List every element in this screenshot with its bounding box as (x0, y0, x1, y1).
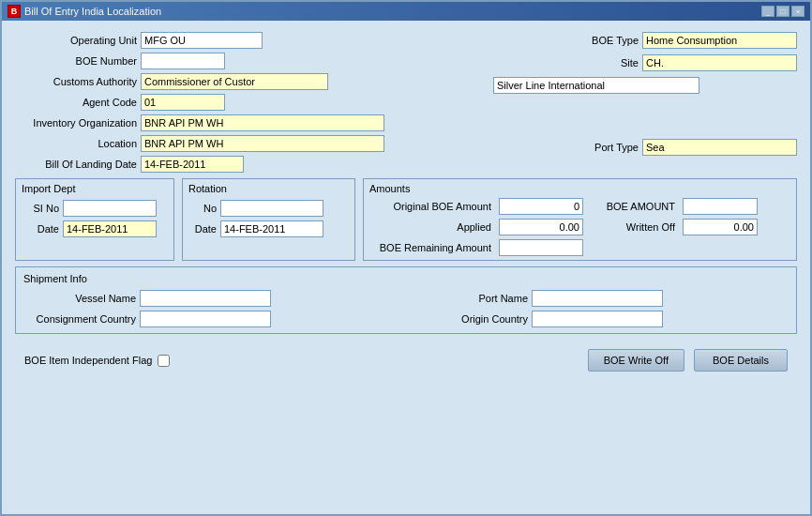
app-icon: B (8, 5, 21, 18)
title-buttons: _ □ × (761, 6, 804, 17)
operating-unit-row: Operating Unit (15, 30, 484, 51)
site-input[interactable] (642, 54, 797, 71)
boe-remaining-label: BOE Remaining Amount (369, 242, 491, 253)
shipment-panel: Shipment Info Vessel Name Port Name Cons… (15, 266, 797, 334)
minimize-button[interactable]: _ (761, 6, 774, 17)
import-date-input[interactable] (63, 220, 157, 237)
bill-of-landing-row: Bill Of Landing Date (15, 154, 484, 175)
import-date-label: Date (22, 223, 59, 235)
lower-section: Import Dept SI No Date Rotation No (15, 178, 797, 261)
port-type-label: Port Type (573, 142, 639, 153)
shipment-grid: Vessel Name Port Name Consignment Countr… (23, 290, 789, 327)
agent-code-input[interactable] (141, 94, 225, 111)
customs-authority-row: Customs Authority (15, 71, 484, 92)
location-label: Location (15, 138, 137, 149)
title-bar-left: B Bill Of Entry India Localization (8, 5, 161, 18)
boe-type-row: BOE Type (493, 30, 797, 51)
left-column: Operating Unit BOE Number Customs Author… (15, 30, 484, 175)
written-off-label: Written Off (591, 221, 675, 233)
customs-authority-input[interactable] (141, 73, 328, 90)
applied-label: Applied (369, 221, 491, 233)
bill-of-landing-label: Bill Of Landing Date (15, 159, 137, 170)
boe-amount-input[interactable] (683, 198, 758, 215)
port-type-row: Port Type (493, 137, 797, 158)
rotation-no-label: No (188, 203, 217, 214)
vessel-name-row: Vessel Name (23, 290, 397, 307)
boe-number-row: BOE Number (15, 51, 484, 71)
origin-country-input[interactable] (532, 311, 663, 327)
origin-country-row: Origin Country (415, 311, 789, 327)
amounts-panel: Amounts Original BOE Amount BOE AMOUNT A… (363, 178, 797, 261)
rotation-no-input[interactable] (220, 200, 323, 217)
import-dept-panel: Import Dept SI No Date (15, 178, 174, 261)
boe-amount-label: BOE AMOUNT (591, 201, 675, 212)
port-type-input[interactable] (642, 139, 797, 156)
title-bar: B Bill Of Entry India Localization _ □ × (2, 2, 810, 21)
flag-label: BOE Item Independent Flag (24, 355, 152, 366)
rotation-date-label: Date (188, 223, 217, 235)
silver-line-input[interactable] (493, 77, 699, 94)
right-column: BOE Type Site Port Type (484, 30, 797, 175)
si-no-label: SI No (22, 203, 59, 214)
site-label: Site (573, 57, 639, 68)
boe-type-input[interactable] (642, 32, 797, 49)
operating-unit-label: Operating Unit (15, 35, 137, 46)
inventory-org-row: Inventory Organization (15, 113, 484, 133)
inventory-org-label: Inventory Organization (15, 117, 137, 129)
bill-of-landing-input[interactable] (141, 156, 244, 173)
agent-code-label: Agent Code (15, 97, 137, 108)
applied-input[interactable] (499, 219, 583, 235)
vessel-name-input[interactable] (140, 290, 271, 307)
window-title: Bill Of Entry India Localization (24, 6, 161, 17)
import-date-row: Date (22, 219, 168, 239)
site-row: Site (493, 53, 797, 73)
import-dept-title: Import Dept (22, 183, 168, 194)
boe-number-label: BOE Number (15, 55, 137, 67)
rotation-date-row: Date (188, 219, 349, 239)
origin-country-label: Origin Country (415, 313, 528, 325)
agent-code-row: Agent Code (15, 92, 484, 113)
port-name-label: Port Name (415, 293, 528, 304)
boe-type-label: BOE Type (573, 35, 639, 46)
si-no-input[interactable] (63, 200, 157, 217)
inventory-org-input[interactable] (141, 114, 384, 131)
rotation-panel: Rotation No Date (182, 178, 355, 261)
main-window: B Bill Of Entry India Localization _ □ ×… (0, 0, 812, 516)
flag-row: BOE Item Independent Flag (24, 355, 170, 367)
flag-checkbox[interactable] (158, 355, 170, 367)
boe-details-button[interactable]: BOE Details (694, 349, 788, 372)
rotation-date-input[interactable] (220, 220, 323, 237)
written-off-input[interactable] (683, 219, 758, 235)
operating-unit-input[interactable] (141, 32, 263, 49)
rotation-title: Rotation (188, 183, 349, 194)
location-input[interactable] (141, 135, 384, 152)
original-boe-label: Original BOE Amount (369, 201, 491, 212)
boe-number-input[interactable] (141, 53, 225, 69)
si-no-row: SI No (22, 198, 168, 219)
top-form: Operating Unit BOE Number Customs Author… (15, 30, 797, 175)
boe-remaining-input[interactable] (499, 239, 583, 256)
port-name-row: Port Name (415, 290, 789, 307)
button-group: BOE Write Off BOE Details (588, 349, 788, 372)
shipment-title: Shipment Info (23, 273, 789, 284)
close-button[interactable]: × (791, 6, 804, 17)
rotation-no-row: No (188, 198, 349, 219)
silver-line-row (493, 75, 797, 96)
boe-write-off-button[interactable]: BOE Write Off (588, 349, 684, 372)
form-content: Operating Unit BOE Number Customs Author… (2, 21, 810, 514)
maximize-button[interactable]: □ (776, 6, 789, 17)
amounts-title: Amounts (369, 183, 790, 194)
original-boe-input[interactable] (499, 198, 583, 215)
consignment-country-row: Consignment Country (23, 311, 397, 327)
port-name-input[interactable] (532, 290, 663, 307)
consignment-country-input[interactable] (140, 311, 271, 327)
vessel-name-label: Vessel Name (23, 293, 136, 304)
customs-authority-label: Customs Authority (15, 76, 137, 87)
consignment-country-label: Consignment Country (23, 313, 136, 325)
bottom-row: BOE Item Independent Flag BOE Write Off … (15, 343, 797, 377)
location-row: Location (15, 133, 484, 154)
